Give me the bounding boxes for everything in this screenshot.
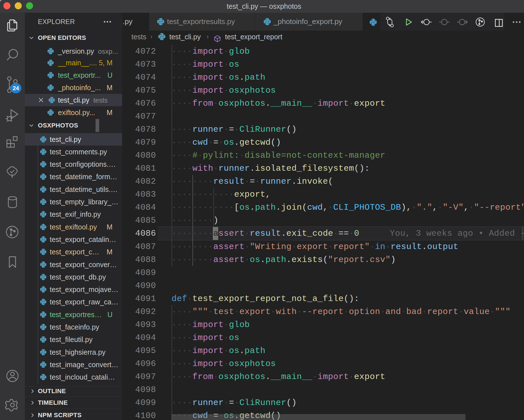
svg-text:24: 24 <box>13 85 19 91</box>
